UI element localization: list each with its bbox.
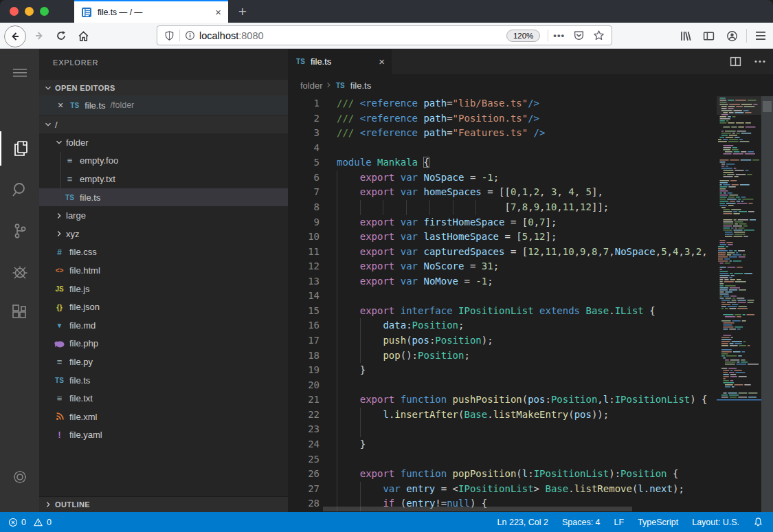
tree-item-file.txt[interactable]: ≡file.txt bbox=[39, 389, 288, 408]
breadcrumb-folder[interactable]: folder bbox=[300, 80, 323, 91]
code-line[interactable]: 6 export var NoSpace = -1; bbox=[288, 170, 773, 186]
code-line[interactable]: 27 var entry = <IPositionList> Base.list… bbox=[288, 482, 773, 497]
tree-item-file.ts[interactable]: TSfile.ts bbox=[39, 188, 288, 207]
horizontal-scrollbar-thumb[interactable] bbox=[323, 507, 632, 511]
fullscreen-window-button[interactable] bbox=[40, 7, 49, 16]
code-line[interactable]: 18 pop():Position; bbox=[288, 348, 773, 364]
code-line[interactable]: 5module Mankala { bbox=[288, 155, 773, 170]
tree-item-file.json[interactable]: {}file.json bbox=[39, 298, 288, 316]
code-line[interactable]: 15 export interface IPositionList extend… bbox=[288, 304, 773, 319]
close-window-button[interactable] bbox=[10, 7, 19, 16]
code-line[interactable]: 10 export var lastHomeSpace = [5,12]; bbox=[288, 230, 773, 245]
browser-menu-icon[interactable] bbox=[750, 25, 771, 46]
tree-item-file.html[interactable]: <>file.html bbox=[39, 261, 288, 280]
status-language[interactable]: TypeScript bbox=[638, 518, 678, 527]
code-line[interactable]: 9 export var firstHomeSpace = [0,7]; bbox=[288, 215, 773, 230]
split-editor-icon[interactable] bbox=[730, 56, 741, 67]
status-keyboard-layout[interactable]: Layout: U.S. bbox=[692, 518, 739, 527]
tree-item-empty.foo[interactable]: ≡empty.foo bbox=[39, 152, 288, 170]
code-line[interactable]: 17 push(pos:Position); bbox=[288, 333, 773, 348]
tab-close-icon[interactable]: × bbox=[215, 7, 221, 17]
minimap-viewport[interactable] bbox=[717, 96, 761, 115]
settings-gear-icon[interactable] bbox=[0, 460, 39, 494]
code-line[interactable]: 4 bbox=[288, 141, 773, 156]
source-control-activity-icon[interactable] bbox=[0, 214, 39, 248]
home-button[interactable] bbox=[73, 25, 93, 46]
close-icon[interactable]: × bbox=[58, 100, 63, 111]
forward-button[interactable] bbox=[29, 25, 49, 46]
open-editors-header[interactable]: OPEN EDITORS bbox=[39, 80, 288, 96]
code-line[interactable]: 13 export var NoMove = -1; bbox=[288, 274, 773, 289]
code-line-text: /// <reference path="lib/Base.ts"/> bbox=[337, 96, 773, 111]
root-folder-header[interactable]: / bbox=[39, 115, 288, 133]
debug-activity-icon[interactable] bbox=[0, 255, 39, 289]
status-indentation[interactable]: Spaces: 4 bbox=[562, 518, 601, 527]
extensions-activity-icon[interactable] bbox=[0, 296, 39, 331]
library-icon[interactable] bbox=[675, 25, 695, 46]
tree-item-empty.txt[interactable]: ≡empty.txt bbox=[39, 170, 288, 188]
site-info-icon[interactable] bbox=[185, 30, 195, 41]
back-button[interactable] bbox=[4, 25, 26, 47]
url-bar[interactable]: localhost:8080 120% ••• bbox=[157, 25, 612, 45]
tree-item-file.xml[interactable]: file.xml bbox=[39, 408, 288, 426]
outline-header[interactable]: OUTLINE bbox=[39, 496, 288, 512]
code-line[interactable]: 20 bbox=[288, 378, 773, 393]
minimize-window-button[interactable] bbox=[25, 7, 34, 16]
url-text[interactable]: localhost:8080 bbox=[199, 30, 264, 41]
browser-tab[interactable]: file.ts — / — × bbox=[74, 0, 228, 23]
code-line[interactable]: 25 bbox=[288, 452, 773, 467]
ts-icon: TS bbox=[335, 80, 346, 91]
app-menu-icon[interactable] bbox=[0, 56, 39, 90]
pocket-icon[interactable] bbox=[573, 30, 585, 41]
editor-tab-file-ts[interactable]: TS file.ts × bbox=[288, 49, 392, 74]
tracking-shield-icon[interactable] bbox=[164, 30, 175, 41]
code-line[interactable]: 16 data:Position; bbox=[288, 318, 773, 333]
explorer-sidebar: EXPLORER OPEN EDITORS × TS file.ts /fold… bbox=[39, 49, 288, 512]
code-line[interactable]: 11 export var capturedSpaces = [12,11,10… bbox=[288, 245, 773, 260]
status-cursor-position[interactable]: Ln 223, Col 2 bbox=[497, 518, 548, 527]
code-line[interactable]: 12 export var NoScore = 31; bbox=[288, 259, 773, 274]
code-line[interactable]: 8 [7,8,9,10,11,12]]; bbox=[288, 200, 773, 215]
code-line[interactable]: 2/// <reference path="Position.ts"/> bbox=[288, 111, 773, 126]
code-editor[interactable]: 1/// <reference path="lib/Base.ts"/>2///… bbox=[288, 96, 773, 512]
sidebar-toggle-icon[interactable] bbox=[698, 25, 719, 46]
tree-item-file.md[interactable]: ▼file.md bbox=[39, 316, 288, 335]
vertical-scrollbar-thumb[interactable] bbox=[763, 101, 772, 112]
breadcrumb-file[interactable]: file.ts bbox=[350, 80, 371, 91]
code-line[interactable]: 3/// <reference path="Features.ts" /> bbox=[288, 126, 773, 141]
tree-item-file.ts[interactable]: TSfile.ts bbox=[39, 371, 288, 390]
code-line[interactable]: 26 export function popPosition(l:IPositi… bbox=[288, 467, 773, 482]
code-line[interactable]: 21 export function pushPosition(pos:Posi… bbox=[288, 392, 773, 408]
vertical-scrollbar[interactable] bbox=[761, 96, 773, 512]
tab-close-icon[interactable]: × bbox=[379, 56, 385, 67]
code-line[interactable]: 23 bbox=[288, 422, 773, 437]
page-actions-icon[interactable]: ••• bbox=[553, 30, 565, 41]
open-editor-item[interactable]: × TS file.ts /folder bbox=[39, 96, 288, 115]
code-line[interactable]: 7 export var homeSpaces = [[0,1,2, 3, 4,… bbox=[288, 185, 773, 200]
code-line[interactable]: 22 l.insertAfter(Base.listMakeEntry(pos)… bbox=[288, 408, 773, 423]
status-eol[interactable]: LF bbox=[614, 518, 625, 527]
tree-item-file.php[interactable]: file.php bbox=[39, 335, 288, 353]
tree-item-large[interactable]: large bbox=[39, 206, 288, 225]
explorer-activity-icon[interactable] bbox=[0, 131, 39, 166]
tree-item-file.yaml[interactable]: !file.yaml bbox=[39, 426, 288, 445]
more-actions-icon[interactable] bbox=[754, 56, 766, 67]
code-line[interactable]: 14 bbox=[288, 289, 773, 304]
new-tab-button[interactable]: + bbox=[232, 1, 253, 22]
code-line[interactable]: 19 } bbox=[288, 363, 773, 378]
minimap[interactable] bbox=[717, 96, 761, 404]
bookmark-star-icon[interactable] bbox=[593, 30, 605, 41]
tree-item-file.py[interactable]: ≡file.py bbox=[39, 353, 288, 371]
account-icon[interactable] bbox=[721, 25, 742, 46]
code-line[interactable]: 1/// <reference path="lib/Base.ts"/> bbox=[288, 96, 773, 111]
tree-item-file.js[interactable]: JSfile.js bbox=[39, 280, 288, 298]
tree-item-xyz[interactable]: xyz bbox=[39, 225, 288, 243]
tree-item-file.css[interactable]: #file.css bbox=[39, 243, 288, 262]
notifications-bell-icon[interactable] bbox=[753, 517, 763, 527]
problems-status[interactable]: 0 0 bbox=[0, 518, 52, 527]
tree-item-folder[interactable]: folder bbox=[39, 133, 288, 152]
reload-button[interactable] bbox=[51, 25, 71, 46]
code-line[interactable]: 24 } bbox=[288, 437, 773, 452]
zoom-level-badge[interactable]: 120% bbox=[506, 30, 540, 42]
search-activity-icon[interactable] bbox=[0, 173, 39, 207]
